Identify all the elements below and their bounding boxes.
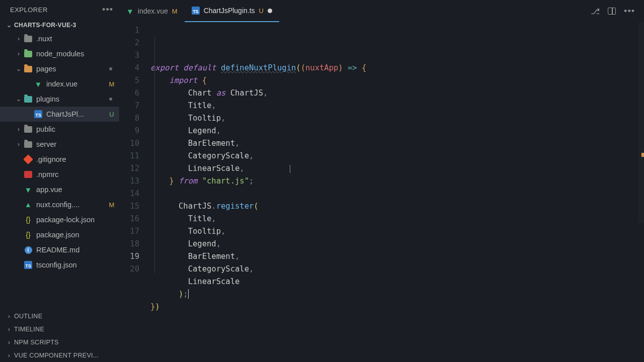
code-line[interactable]: CategoryScale, — [150, 263, 644, 276]
green-icon — [23, 51, 33, 57]
editor-tab[interactable]: ▼index.vueM — [119, 0, 185, 22]
tree-label: package.json — [36, 231, 115, 239]
tree-label: .npmrc — [36, 170, 115, 178]
tree-label: .nuxt — [36, 35, 115, 43]
code-line[interactable]: }) — [150, 301, 644, 313]
file-item[interactable]: TStsconfig.json — [0, 257, 119, 273]
file-item[interactable]: ▲nuxt.config....M — [0, 197, 119, 212]
code-line[interactable]: Chart as ChartJS, — [150, 87, 644, 100]
explorer-header: EXPLORER ••• — [0, 0, 119, 19]
vue-icon: ▼ — [23, 186, 33, 194]
file-tree: ›.nuxt›node_modules⌄pages▼index.vueM⌄plu… — [0, 31, 119, 310]
code-line[interactable]: export default defineNuxtPlugin((nuxtApp… — [150, 62, 644, 74]
panel-label: OUTLINE — [14, 313, 42, 320]
file-item[interactable]: .gitignore — [0, 152, 119, 167]
folder-item[interactable]: ⌄pages — [0, 61, 119, 76]
split-editor-icon[interactable] — [608, 8, 616, 15]
chevron-down-icon: ⌄ — [5, 22, 13, 29]
compare-changes-icon[interactable]: ⎇ — [591, 7, 600, 16]
chevron-down-icon: ⌄ — [14, 65, 23, 72]
chevron-right-icon: › — [14, 35, 23, 42]
code-line[interactable] — [150, 188, 644, 200]
file-item[interactable]: ▼app.vue — [0, 182, 119, 197]
code-line[interactable]: Tooltip, — [150, 112, 644, 125]
project-name: CHARTS-FOR-VUE-3 — [14, 22, 76, 29]
explorer-sidebar: EXPLORER ••• ⌄ CHARTS-FOR-VUE-3 ›.nuxt›n… — [0, 0, 119, 362]
code-line[interactable]: BarElement, — [150, 250, 644, 263]
folder-item[interactable]: ›public — [0, 122, 119, 137]
file-item[interactable]: iREADME.md — [0, 242, 119, 257]
folder-item[interactable]: ›server — [0, 137, 119, 152]
code-content[interactable]: export default defineNuxtPlugin((nuxtApp… — [150, 22, 644, 362]
ts-icon: TS — [23, 261, 33, 269]
file-item[interactable]: .npmrc — [0, 167, 119, 182]
editor-tab[interactable]: TSChartJsPlugin.tsU — [185, 0, 279, 22]
tree-label: ChartJsPl... — [46, 110, 106, 118]
file-item[interactable]: TSChartJsPl...U — [0, 107, 119, 122]
code-line[interactable]: Legend, — [150, 238, 644, 250]
npm-icon — [23, 171, 33, 178]
chevron-right-icon: › — [14, 141, 23, 148]
sidebar-panel[interactable]: ›OUTLINE — [0, 310, 119, 323]
chevron-right-icon: › — [5, 339, 13, 346]
chevron-right-icon: › — [5, 313, 13, 320]
line-gutter: 1234567891011121314151617181920 — [119, 22, 150, 362]
nuxt-icon: ▲ — [23, 201, 33, 209]
vue-icon: ▼ — [33, 80, 43, 88]
gray-icon — [23, 126, 33, 133]
code-line[interactable]: Legend, — [150, 125, 644, 137]
file-item[interactable]: {}package.json — [0, 227, 119, 242]
sidebar-panel[interactable]: ›NPM SCRIPTS — [0, 336, 119, 349]
unsaved-dot-icon — [268, 9, 272, 13]
tree-label: app.vue — [36, 186, 115, 194]
code-line[interactable]: LinearScale — [150, 276, 644, 288]
project-root[interactable]: ⌄ CHARTS-FOR-VUE-3 — [0, 19, 119, 31]
explorer-title: EXPLORER — [10, 6, 48, 14]
panel-label: VUE COMPONENT PREVI... — [14, 352, 99, 359]
code-line[interactable]: BarElement, — [150, 137, 644, 150]
chevron-right-icon: › — [14, 126, 23, 133]
folder-item[interactable]: ⌄plugins — [0, 92, 119, 107]
git-icon — [23, 156, 33, 163]
code-line[interactable]: Title, — [150, 213, 644, 225]
tree-label: server — [36, 140, 115, 148]
sidebar-panel[interactable]: ›VUE COMPONENT PREVI... — [0, 349, 119, 362]
folder-item[interactable]: ›node_modules — [0, 46, 119, 61]
chevron-right-icon: › — [14, 50, 23, 57]
tree-label: plugins — [36, 95, 109, 103]
json-icon: {} — [23, 216, 33, 224]
file-item[interactable]: {}package-lock.json — [0, 212, 119, 227]
code-line[interactable]: Title, — [150, 100, 644, 112]
vue-icon: ▼ — [126, 7, 134, 16]
code-line[interactable]: CategoryScale, — [150, 150, 644, 162]
gray-icon — [23, 141, 33, 148]
code-line[interactable]: ChartJS.register( — [150, 200, 644, 213]
tree-label: node_modules — [36, 50, 115, 58]
minimap-marker — [641, 153, 644, 157]
tree-label: tsconfig.json — [36, 261, 115, 269]
tree-label: .gitignore — [36, 155, 115, 163]
sidebar-panel[interactable]: ›TIMELINE — [0, 323, 119, 336]
code-editor[interactable]: 1234567891011121314151617181920 export d… — [119, 22, 644, 362]
minimap[interactable] — [638, 22, 644, 223]
code-line[interactable]: Tooltip, — [150, 225, 644, 238]
ts-icon: TS — [33, 110, 43, 118]
tab-label: ChartJsPlugin.ts — [204, 7, 255, 15]
json-icon: {} — [23, 231, 33, 239]
text-cursor-icon — [290, 165, 290, 173]
file-item[interactable]: ▼index.vueM — [0, 76, 119, 92]
chevron-right-icon: › — [5, 326, 13, 333]
tree-label: index.vue — [46, 80, 106, 88]
code-line[interactable]: import { — [150, 74, 644, 87]
code-line[interactable]: LinearScale, — [150, 162, 644, 175]
caret-icon — [188, 289, 189, 299]
explorer-more-icon[interactable]: ••• — [102, 5, 113, 15]
ts-icon: TS — [192, 7, 200, 15]
tree-label: README.md — [36, 246, 115, 254]
code-line[interactable]: } from "chart.js"; — [150, 175, 644, 188]
folder-item[interactable]: ›.nuxt — [0, 31, 119, 46]
editor-area: ▼index.vueMTSChartJsPlugin.tsU ⎇ ••• 123… — [119, 0, 644, 362]
tree-label: pages — [36, 65, 109, 73]
code-line[interactable]: ); — [150, 288, 644, 301]
editor-more-icon[interactable]: ••• — [624, 6, 635, 17]
